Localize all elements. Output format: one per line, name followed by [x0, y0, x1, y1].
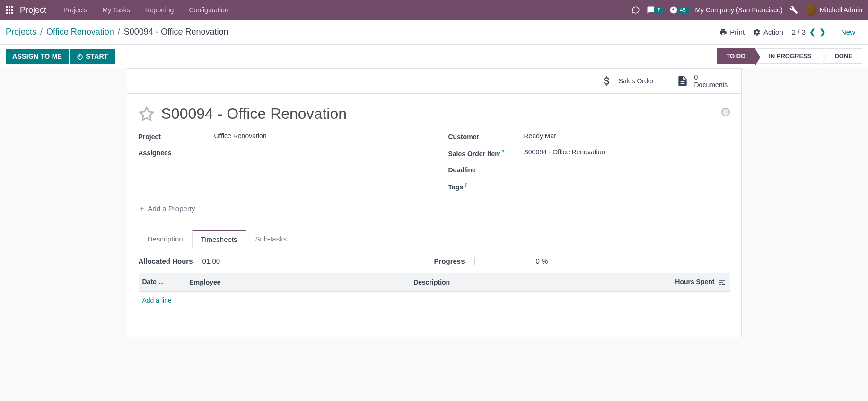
column-employee[interactable]: Employee — [186, 273, 410, 291]
label-progress: Progress — [434, 257, 465, 265]
breadcrumb-current: S00094 - Office Renovation — [124, 27, 228, 37]
label-customer: Customer — [448, 132, 524, 141]
form-sheet: Sales Order 0 Documents S00094 - Office … — [127, 68, 742, 337]
debug-icon[interactable] — [789, 6, 798, 14]
user-name: Mitchell Admin — [820, 6, 862, 14]
nav-my-tasks[interactable]: My Tasks — [103, 6, 130, 14]
label-assignees: Assignees — [139, 148, 214, 157]
documents-count: 0 — [694, 73, 728, 81]
add-property-button[interactable]: Add a Property — [139, 205, 730, 213]
sales-order-button[interactable]: Sales Order — [590, 69, 666, 93]
activities-badge: 45 — [677, 7, 688, 13]
help-icon[interactable]: ? — [502, 149, 505, 154]
activities-icon[interactable]: 45 — [669, 6, 688, 14]
messages-badge: 7 — [654, 7, 663, 13]
field-allocated-hours[interactable]: 01:00 — [202, 257, 220, 265]
support-icon[interactable] — [631, 6, 640, 14]
pager-prev-icon[interactable]: ❮ — [809, 27, 815, 36]
company-selector[interactable]: My Company (San Francisco) — [695, 6, 783, 14]
apps-menu-icon[interactable] — [6, 6, 13, 14]
tabs: Description Timesheets Sub-tasks — [139, 230, 730, 248]
help-icon[interactable]: ? — [464, 182, 467, 187]
new-button[interactable]: New — [834, 25, 862, 39]
stage-inprogress[interactable]: IN PROGRESS — [755, 48, 821, 64]
pager-next-icon[interactable]: ❯ — [819, 27, 825, 36]
app-title[interactable]: Project — [20, 5, 46, 15]
nav-configuration[interactable]: Configuration — [189, 6, 228, 14]
label-tags: Tags? — [448, 181, 524, 191]
column-hours[interactable]: Hours Spent — [664, 273, 730, 291]
sort-asc-icon: ︿ — [158, 279, 164, 285]
label-allocated-hours: Allocated Hours — [139, 257, 193, 265]
pager: 2 / 3 ❮ ❯ — [792, 27, 825, 36]
start-button[interactable]: ◴START — [70, 49, 114, 64]
label-deadline: Deadline — [448, 165, 524, 174]
field-sales-order-item[interactable]: S00094 - Office Renovation — [524, 148, 730, 156]
documents-button[interactable]: 0 Documents — [666, 69, 741, 93]
task-title[interactable]: S00094 - Office Renovation — [161, 105, 347, 123]
column-date[interactable]: Date︿ — [139, 273, 186, 291]
nav-reporting[interactable]: Reporting — [145, 6, 174, 14]
progress-percent: 0 % — [536, 257, 548, 265]
breadcrumb-projects[interactable]: Projects — [6, 27, 36, 37]
breadcrumb-project[interactable]: Office Renovation — [46, 27, 114, 37]
print-button[interactable]: Print — [719, 28, 745, 36]
column-description[interactable]: Description — [410, 273, 663, 291]
stage-done[interactable]: DONE — [821, 48, 862, 64]
table-row: Add a line — [139, 291, 730, 309]
nav-projects[interactable]: Projects — [63, 6, 88, 14]
status-bar: ASSIGN TO ME ◴START TO DO IN PROGRESS DO… — [0, 45, 868, 68]
breadcrumb: Projects / Office Renovation / S00094 - … — [6, 27, 228, 37]
label-project: Project — [139, 132, 214, 141]
tab-timesheets[interactable]: Timesheets — [192, 230, 246, 248]
timesheet-table: Date︿ Employee Description Hours Spent A… — [139, 273, 730, 328]
column-settings-icon[interactable] — [719, 279, 726, 286]
stage-todo[interactable]: TO DO — [717, 48, 755, 64]
user-menu[interactable]: Mitchell Admin — [805, 4, 862, 16]
top-navbar: Project Projects My Tasks Reporting Conf… — [0, 0, 868, 20]
field-customer[interactable]: Ready Mat — [524, 132, 730, 140]
dollar-icon — [601, 75, 613, 87]
control-panel: Projects / Office Renovation / S00094 - … — [0, 20, 868, 45]
tab-subtasks[interactable]: Sub-tasks — [246, 230, 296, 248]
priority-star-icon[interactable] — [139, 106, 155, 122]
messages-icon[interactable]: 7 — [647, 6, 663, 14]
kanban-state-icon[interactable] — [721, 108, 730, 116]
avatar — [805, 4, 817, 16]
plus-icon — [139, 205, 145, 212]
add-line-button[interactable]: Add a line — [142, 296, 172, 304]
button-box: Sales Order 0 Documents — [127, 69, 741, 94]
timesheets-panel: Allocated Hours 01:00 Progress 0 % Date︿… — [127, 248, 741, 336]
field-project[interactable]: Office Renovation — [214, 132, 420, 140]
stage-bar: TO DO IN PROGRESS DONE — [717, 48, 862, 64]
clock-icon: ◴ — [77, 53, 83, 60]
label-sales-order-item: Sales Order Item? — [448, 148, 524, 158]
table-row — [139, 309, 730, 328]
pager-text[interactable]: 2 / 3 — [792, 28, 806, 36]
action-button[interactable]: Action — [753, 28, 783, 36]
document-icon — [676, 75, 689, 87]
tab-description[interactable]: Description — [139, 230, 192, 248]
progress-bar — [474, 257, 526, 265]
assign-to-me-button[interactable]: ASSIGN TO ME — [6, 49, 69, 64]
